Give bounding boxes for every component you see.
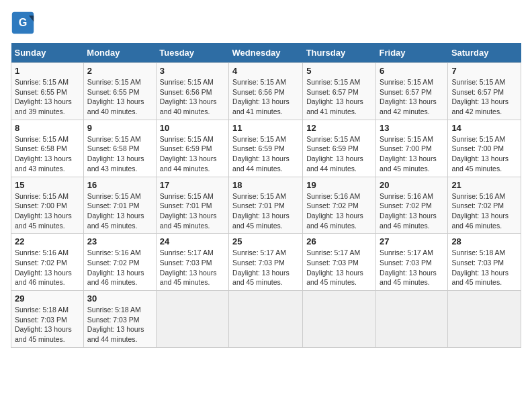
calendar-cell <box>229 291 303 348</box>
day-info: Sunrise: 5:15 AMSunset: 6:55 PMDaylight:… <box>15 78 72 116</box>
day-info: Sunrise: 5:16 AMSunset: 7:02 PMDaylight:… <box>451 192 508 230</box>
day-number: 13 <box>380 123 444 133</box>
calendar-cell: 2 Sunrise: 5:15 AMSunset: 6:55 PMDayligh… <box>83 63 156 120</box>
calendar-cell: 11 Sunrise: 5:15 AMSunset: 6:59 PMDaylig… <box>229 120 303 177</box>
day-info: Sunrise: 5:17 AMSunset: 7:03 PMDaylight:… <box>306 248 363 286</box>
calendar-cell: 17 Sunrise: 5:15 AMSunset: 7:01 PMDaylig… <box>156 177 228 234</box>
svg-text:G: G <box>19 16 28 28</box>
day-info: Sunrise: 5:15 AMSunset: 7:00 PMDaylight:… <box>15 192 72 230</box>
day-number: 30 <box>87 293 152 304</box>
calendar-cell: 29 Sunrise: 5:18 AMSunset: 7:03 PMDaylig… <box>11 291 84 348</box>
day-info: Sunrise: 5:15 AMSunset: 7:01 PMDaylight:… <box>160 192 217 230</box>
calendar-cell: 30 Sunrise: 5:18 AMSunset: 7:03 PMDaylig… <box>83 291 156 348</box>
day-info: Sunrise: 5:15 AMSunset: 6:57 PMDaylight:… <box>451 78 508 116</box>
day-number: 6 <box>380 66 444 76</box>
calendar-cell: 21 Sunrise: 5:16 AMSunset: 7:02 PMDaylig… <box>448 177 521 234</box>
day-info: Sunrise: 5:17 AMSunset: 7:03 PMDaylight:… <box>232 248 290 286</box>
day-number: 3 <box>160 66 225 76</box>
day-info: Sunrise: 5:18 AMSunset: 7:03 PMDaylight:… <box>15 306 72 343</box>
day-number: 12 <box>306 123 372 133</box>
day-info: Sunrise: 5:17 AMSunset: 7:03 PMDaylight:… <box>160 248 217 286</box>
calendar-cell: 15 Sunrise: 5:15 AMSunset: 7:00 PMDaylig… <box>11 177 84 234</box>
calendar-cell <box>376 291 448 348</box>
calendar-cell: 9 Sunrise: 5:15 AMSunset: 6:58 PMDayligh… <box>83 120 156 177</box>
day-info: Sunrise: 5:15 AMSunset: 6:58 PMDaylight:… <box>87 135 144 173</box>
calendar-week-row: 29 Sunrise: 5:18 AMSunset: 7:03 PMDaylig… <box>11 291 521 348</box>
calendar-cell <box>448 291 521 348</box>
calendar-cell: 23 Sunrise: 5:16 AMSunset: 7:02 PMDaylig… <box>83 234 156 291</box>
calendar-cell: 19 Sunrise: 5:16 AMSunset: 7:02 PMDaylig… <box>303 177 376 234</box>
day-number: 11 <box>232 123 299 133</box>
weekday-header-row: SundayMondayTuesdayWednesdayThursdayFrid… <box>11 43 521 63</box>
header: G <box>11 11 521 35</box>
day-info: Sunrise: 5:16 AMSunset: 7:02 PMDaylight:… <box>306 192 363 230</box>
day-number: 9 <box>87 123 152 133</box>
calendar-cell: 27 Sunrise: 5:17 AMSunset: 7:03 PMDaylig… <box>376 234 448 291</box>
day-number: 16 <box>87 180 152 190</box>
day-number: 21 <box>451 180 517 190</box>
day-number: 4 <box>232 66 299 76</box>
day-number: 27 <box>380 236 444 246</box>
weekday-header-thursday: Thursday <box>303 43 376 63</box>
weekday-header-sunday: Sunday <box>11 43 84 63</box>
day-number: 1 <box>15 66 80 76</box>
calendar-cell <box>303 291 376 348</box>
logo-icon: G <box>11 11 35 35</box>
calendar-cell: 12 Sunrise: 5:15 AMSunset: 6:59 PMDaylig… <box>303 120 376 177</box>
calendar-cell: 7 Sunrise: 5:15 AMSunset: 6:57 PMDayligh… <box>448 63 521 120</box>
day-info: Sunrise: 5:15 AMSunset: 6:57 PMDaylight:… <box>380 78 437 116</box>
day-number: 18 <box>232 180 299 190</box>
calendar-cell: 26 Sunrise: 5:17 AMSunset: 7:03 PMDaylig… <box>303 234 376 291</box>
calendar-week-row: 22 Sunrise: 5:16 AMSunset: 7:02 PMDaylig… <box>11 234 521 291</box>
day-number: 5 <box>306 66 372 76</box>
day-info: Sunrise: 5:18 AMSunset: 7:03 PMDaylight:… <box>451 248 508 286</box>
calendar-cell: 6 Sunrise: 5:15 AMSunset: 6:57 PMDayligh… <box>376 63 448 120</box>
day-number: 2 <box>87 66 152 76</box>
day-number: 7 <box>451 66 517 76</box>
calendar-cell: 14 Sunrise: 5:15 AMSunset: 7:00 PMDaylig… <box>448 120 521 177</box>
day-info: Sunrise: 5:15 AMSunset: 7:01 PMDaylight:… <box>87 192 144 230</box>
day-number: 19 <box>306 180 372 190</box>
calendar-table: SundayMondayTuesdayWednesdayThursdayFrid… <box>11 43 521 348</box>
day-number: 23 <box>87 236 152 246</box>
day-number: 22 <box>15 236 80 246</box>
day-number: 17 <box>160 180 225 190</box>
calendar-cell <box>156 291 228 348</box>
calendar-cell: 24 Sunrise: 5:17 AMSunset: 7:03 PMDaylig… <box>156 234 228 291</box>
weekday-header-saturday: Saturday <box>448 43 521 63</box>
logo: G <box>11 11 38 35</box>
day-info: Sunrise: 5:15 AMSunset: 6:59 PMDaylight:… <box>160 135 217 173</box>
day-info: Sunrise: 5:15 AMSunset: 6:55 PMDaylight:… <box>87 78 144 116</box>
day-info: Sunrise: 5:18 AMSunset: 7:03 PMDaylight:… <box>87 306 144 343</box>
day-info: Sunrise: 5:15 AMSunset: 7:01 PMDaylight:… <box>232 192 290 230</box>
calendar-cell: 10 Sunrise: 5:15 AMSunset: 6:59 PMDaylig… <box>156 120 228 177</box>
weekday-header-wednesday: Wednesday <box>229 43 303 63</box>
calendar-week-row: 8 Sunrise: 5:15 AMSunset: 6:58 PMDayligh… <box>11 120 521 177</box>
weekday-header-monday: Monday <box>83 43 156 63</box>
calendar-week-row: 15 Sunrise: 5:15 AMSunset: 7:00 PMDaylig… <box>11 177 521 234</box>
calendar-cell: 28 Sunrise: 5:18 AMSunset: 7:03 PMDaylig… <box>448 234 521 291</box>
day-info: Sunrise: 5:15 AMSunset: 6:58 PMDaylight:… <box>15 135 72 173</box>
calendar-cell: 18 Sunrise: 5:15 AMSunset: 7:01 PMDaylig… <box>229 177 303 234</box>
calendar-cell: 5 Sunrise: 5:15 AMSunset: 6:57 PMDayligh… <box>303 63 376 120</box>
day-number: 20 <box>380 180 444 190</box>
day-info: Sunrise: 5:16 AMSunset: 7:02 PMDaylight:… <box>380 192 437 230</box>
day-number: 24 <box>160 236 225 246</box>
day-number: 29 <box>15 293 80 304</box>
weekday-header-tuesday: Tuesday <box>156 43 228 63</box>
day-info: Sunrise: 5:15 AMSunset: 6:57 PMDaylight:… <box>306 78 363 116</box>
day-info: Sunrise: 5:15 AMSunset: 6:59 PMDaylight:… <box>306 135 363 173</box>
calendar-cell: 25 Sunrise: 5:17 AMSunset: 7:03 PMDaylig… <box>229 234 303 291</box>
calendar-week-row: 1 Sunrise: 5:15 AMSunset: 6:55 PMDayligh… <box>11 63 521 120</box>
calendar-cell: 20 Sunrise: 5:16 AMSunset: 7:02 PMDaylig… <box>376 177 448 234</box>
day-info: Sunrise: 5:15 AMSunset: 7:00 PMDaylight:… <box>451 135 508 173</box>
calendar-cell: 1 Sunrise: 5:15 AMSunset: 6:55 PMDayligh… <box>11 63 84 120</box>
day-info: Sunrise: 5:15 AMSunset: 6:59 PMDaylight:… <box>232 135 290 173</box>
calendar-cell: 22 Sunrise: 5:16 AMSunset: 7:02 PMDaylig… <box>11 234 84 291</box>
calendar-cell: 16 Sunrise: 5:15 AMSunset: 7:01 PMDaylig… <box>83 177 156 234</box>
calendar-cell: 8 Sunrise: 5:15 AMSunset: 6:58 PMDayligh… <box>11 120 84 177</box>
day-info: Sunrise: 5:15 AMSunset: 6:56 PMDaylight:… <box>232 78 290 116</box>
day-number: 15 <box>15 180 80 190</box>
day-info: Sunrise: 5:15 AMSunset: 7:00 PMDaylight:… <box>380 135 437 173</box>
weekday-header-friday: Friday <box>376 43 448 63</box>
